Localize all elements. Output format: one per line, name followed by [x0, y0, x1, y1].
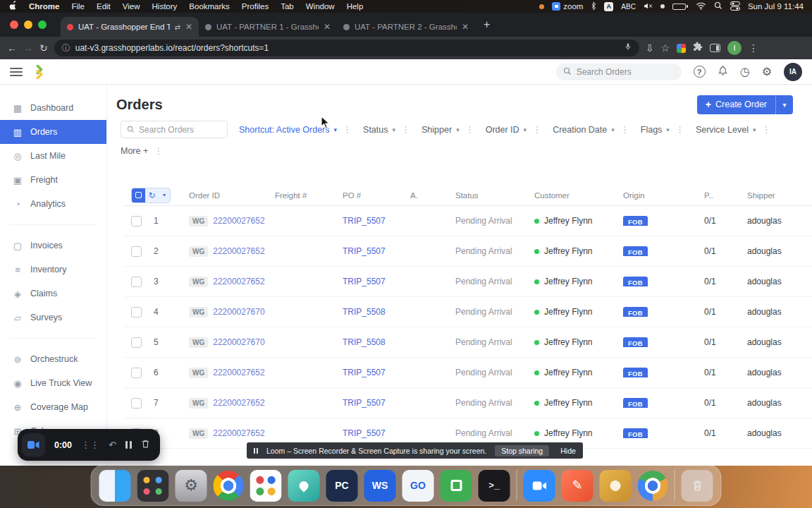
sidebar-item[interactable]: ⊚ Orchestruck: [0, 347, 106, 371]
mic-icon[interactable]: [625, 42, 632, 54]
dock-finder-icon[interactable]: [99, 470, 131, 502]
input-source-icon[interactable]: A: [604, 2, 613, 11]
loom-drag-handle-icon[interactable]: ⋮⋮: [81, 440, 99, 449]
forward-icon[interactable]: →: [23, 42, 33, 54]
row-checkbox[interactable]: [131, 216, 142, 226]
menubar-item-edit[interactable]: Edit: [97, 2, 111, 11]
shortcut-filter[interactable]: Shortcut: Active Orders ▾ ⋮: [239, 124, 352, 135]
sidebar-item[interactable]: ⊕ Coverage Map: [0, 395, 106, 419]
row-checkbox[interactable]: [131, 337, 142, 348]
zoom-menubar-item[interactable]: zoom: [552, 2, 583, 11]
download-icon[interactable]: ⇩: [646, 42, 654, 54]
order-id-link[interactable]: 22200027652: [213, 216, 264, 226]
menubar-item-bookmarks[interactable]: Bookmarks: [189, 2, 230, 11]
close-window-button[interactable]: [10, 20, 18, 29]
po-number-link[interactable]: TRIP_5507: [343, 246, 386, 256]
row-checkbox[interactable]: [131, 307, 142, 318]
table-row[interactable]: 6 WG 22200027652 TRIP_5507 Pending Arriv…: [124, 358, 812, 388]
filter-dropdown[interactable]: Order ID ▾ ⋮: [486, 124, 541, 135]
extensions-puzzle-icon[interactable]: [693, 42, 703, 54]
browser-tab[interactable]: UAT - Grasshopper End To ⇄ ✕: [61, 17, 199, 37]
order-id-link[interactable]: 22200027670: [213, 307, 264, 317]
notifications-bell-icon[interactable]: [718, 65, 728, 79]
spotlight-icon[interactable]: [714, 1, 722, 11]
loom-delete-icon[interactable]: [141, 439, 150, 452]
browser-menu-kebab-icon[interactable]: ⋮: [749, 42, 758, 54]
table-row[interactable]: 5 WG 22200027670 TRIP_5508 Pending Arriv…: [124, 327, 812, 358]
menubar-item-tab[interactable]: Tab: [281, 2, 294, 11]
filter-kebab-icon[interactable]: ⋮: [154, 145, 163, 156]
filter-kebab-icon[interactable]: ⋮: [620, 124, 629, 135]
grasshopper-logo[interactable]: [32, 64, 48, 80]
dock-green-app-icon[interactable]: [441, 470, 472, 502]
row-checkbox[interactable]: [131, 398, 142, 409]
browser-tab[interactable]: UAT - PARTNER 2 - Grasshopp ✕: [337, 17, 475, 37]
po-number-link[interactable]: TRIP_5508: [343, 337, 386, 347]
global-search-input[interactable]: [577, 67, 668, 77]
order-id-link[interactable]: 22200027652: [213, 428, 264, 438]
refresh-icon[interactable]: ↻: [145, 190, 159, 200]
menubar-item-profiles[interactable]: Profiles: [242, 2, 269, 11]
loom-restart-icon[interactable]: ↶: [109, 440, 116, 449]
row-checkbox[interactable]: [131, 368, 142, 378]
dock-maps-icon[interactable]: [288, 470, 320, 502]
tab-close-icon[interactable]: ✕: [324, 22, 331, 32]
filter-kebab-icon[interactable]: ⋮: [401, 124, 410, 135]
row-checkbox[interactable]: [131, 277, 142, 287]
filter-kebab-icon[interactable]: ⋮: [343, 124, 352, 135]
filter-dropdown[interactable]: Status ▾ ⋮: [363, 124, 410, 135]
menubar-item-history[interactable]: History: [152, 2, 178, 11]
filter-dropdown[interactable]: Service Level ▾ ⋮: [696, 124, 771, 135]
table-row[interactable]: 1 WG 22200027652 TRIP_5507 Pending Arriv…: [124, 206, 812, 236]
menubar-item-view[interactable]: View: [123, 2, 140, 11]
order-id-link[interactable]: 22200027670: [213, 337, 264, 347]
dock-chrome-icon[interactable]: [214, 471, 244, 501]
menubar-item-file[interactable]: File: [71, 2, 85, 11]
sidebar-item[interactable]: ◔ Analytics: [0, 192, 106, 216]
order-id-link[interactable]: 22200027652: [213, 398, 264, 408]
filter-kebab-icon[interactable]: ⋮: [761, 124, 770, 135]
order-id-link[interactable]: 22200027652: [213, 277, 264, 286]
site-info-icon[interactable]: ⓘ: [62, 42, 70, 54]
loom-pause-icon[interactable]: [125, 441, 132, 449]
bulk-select-control[interactable]: ↻ ▾: [131, 188, 171, 203]
minimize-window-button[interactable]: [24, 20, 32, 29]
menubar-clock[interactable]: Sun Jul 9 11:44: [748, 2, 804, 11]
settings-gear-icon[interactable]: ⚙: [762, 66, 772, 78]
dock-browser2-icon[interactable]: [638, 471, 668, 501]
create-order-caret-icon[interactable]: ▾: [776, 95, 793, 114]
sidebar-item[interactable]: ≡ Inventory: [0, 258, 106, 282]
reload-icon[interactable]: ↻: [39, 42, 48, 54]
mute-icon[interactable]: [644, 2, 653, 11]
table-row[interactable]: 2 WG 22200027652 TRIP_5507 Pending Arriv…: [124, 236, 812, 267]
menubar-item-window[interactable]: Window: [306, 2, 335, 11]
orders-search[interactable]: [121, 121, 228, 138]
dock-trash-icon[interactable]: [682, 470, 713, 502]
dock-terminal-icon[interactable]: >_: [479, 470, 510, 502]
order-id-link[interactable]: 22200027652: [213, 368, 264, 377]
po-number-link[interactable]: TRIP_5507: [343, 277, 386, 286]
table-row[interactable]: 7 WG 22200027652 TRIP_5507 Pending Arriv…: [124, 388, 812, 418]
filter-kebab-icon[interactable]: ⋮: [465, 124, 474, 135]
dock-launchpad-icon[interactable]: [137, 470, 169, 502]
side-panel-icon[interactable]: [710, 44, 720, 52]
loom-camera-icon[interactable]: [22, 433, 45, 456]
sidebar-item[interactable]: ▦ Dashboard: [0, 96, 106, 120]
dock-go-app-icon[interactable]: GO: [402, 470, 434, 502]
sidebar-item[interactable]: ◎ Last Mile: [0, 144, 106, 168]
user-avatar[interactable]: IA: [784, 63, 802, 81]
more-filters[interactable]: More + ⋮: [121, 145, 163, 156]
bulk-caret-icon[interactable]: ▾: [159, 192, 170, 198]
wifi-icon[interactable]: [696, 2, 706, 11]
sidebar-item[interactable]: ▱ Surveys: [0, 306, 106, 329]
filter-kebab-icon[interactable]: ⋮: [675, 124, 684, 135]
hamburger-menu-icon[interactable]: [10, 68, 23, 76]
hide-banner-button[interactable]: Hide: [560, 447, 576, 455]
po-number-link[interactable]: TRIP_5507: [343, 428, 386, 438]
table-row[interactable]: 4 WG 22200027670 TRIP_5508 Pending Arriv…: [124, 297, 812, 327]
filter-dropdown[interactable]: Shipper ▾ ⋮: [422, 124, 474, 135]
dock-zoom-icon[interactable]: [524, 470, 555, 502]
bluetooth-icon[interactable]: [591, 1, 596, 12]
filter-dropdown[interactable]: Creation Date ▾ ⋮: [553, 124, 629, 135]
create-order-button[interactable]: +Create Order ▾: [697, 95, 793, 114]
